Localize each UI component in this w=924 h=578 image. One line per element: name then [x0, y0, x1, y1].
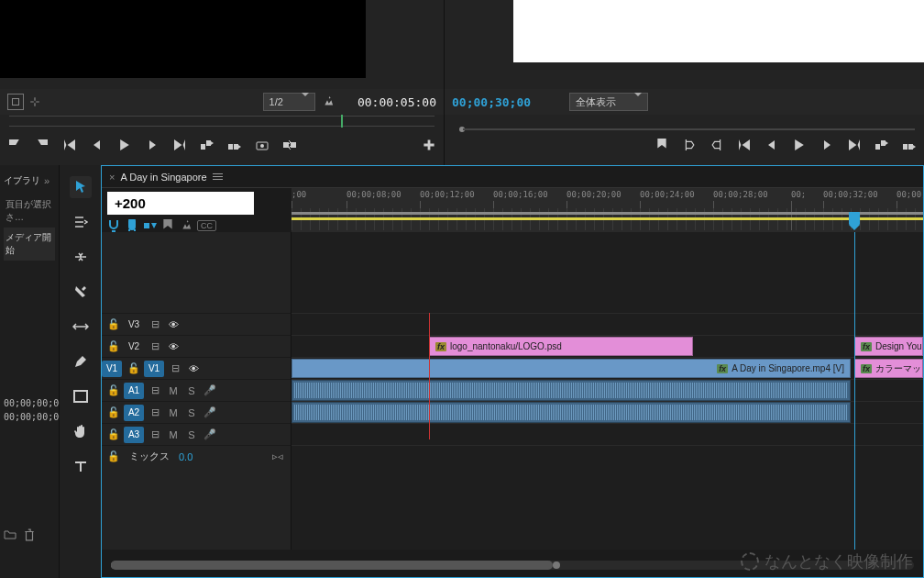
panel-tab-library[interactable]: イブラリ: [4, 171, 55, 191]
track-v1[interactable]: fx A Day in Singapore.mp4 [V] fx カラーマッ: [292, 357, 923, 379]
source-patch-v1[interactable]: V1: [102, 361, 122, 377]
zoom-select[interactable]: 全体表示: [569, 93, 648, 111]
track-v2[interactable]: fx logo_nantonaku/LOGO.psd fx Design You…: [292, 335, 923, 357]
playhead-timecode-input[interactable]: [107, 192, 254, 215]
scroll-thumb[interactable]: [111, 561, 553, 570]
playhead-line[interactable]: [854, 232, 855, 550]
hand-tool-icon[interactable]: [70, 420, 92, 442]
program-controls-bar: 00;00;30;00 全体表示: [445, 89, 924, 115]
tool-palette: [60, 165, 101, 578]
column-header[interactable]: メディア開始: [4, 228, 55, 261]
timeline-panel: × A Day in Singapore CC ;0000;00;08;00: [101, 165, 924, 578]
track-header-a2[interactable]: 🔓A2 ⊟MS🎤: [102, 401, 291, 423]
lift-icon[interactable]: [874, 138, 889, 152]
svg-point-5: [260, 144, 264, 148]
razor-tool-icon[interactable]: [70, 281, 92, 303]
track-header-v2[interactable]: 🔓V2 ⊟👁: [102, 335, 291, 357]
program-scrub-bar[interactable]: [454, 116, 915, 127]
go-in-icon[interactable]: [737, 138, 752, 152]
track-header-a1[interactable]: 🔓A1 ⊟MS 🎤: [102, 379, 291, 401]
clip-logo[interactable]: fx logo_nantonaku/LOGO.psd: [429, 337, 693, 356]
track-a1[interactable]: [292, 379, 923, 401]
step-back-icon[interactable]: [764, 138, 779, 152]
go-in-icon[interactable]: [62, 138, 77, 152]
step-fwd-icon[interactable]: [145, 138, 160, 152]
mark-out-icon[interactable]: [710, 138, 724, 152]
track-v3[interactable]: [292, 313, 923, 335]
track-header-v1[interactable]: V1 🔓V1 ⊟👁: [102, 357, 291, 379]
lock-icon[interactable]: 🔓: [107, 318, 120, 330]
type-tool-icon[interactable]: [70, 455, 92, 477]
linked-selection-icon[interactable]: [144, 219, 157, 232]
marker-icon[interactable]: [162, 219, 173, 232]
svg-rect-3: [234, 144, 238, 150]
timeline-ruler[interactable]: ;0000;00;08;0000;00;12;0000;00;16;0000;0…: [292, 188, 923, 232]
new-bin-icon[interactable]: [4, 528, 16, 541]
add-marker-icon[interactable]: [654, 138, 669, 152]
program-timecode[interactable]: 00;00;30;00: [452, 95, 531, 109]
clip-audio-a2[interactable]: [292, 402, 851, 423]
mix-track-header[interactable]: 🔓ミックス 0.0 ▹◃: [102, 445, 291, 467]
magnet-icon[interactable]: [126, 219, 138, 232]
drag-handle-icon[interactable]: [29, 96, 42, 107]
go-out-icon[interactable]: [172, 138, 187, 152]
step-back-icon[interactable]: [90, 138, 104, 152]
clip-audio-a1[interactable]: [292, 380, 851, 401]
timeline-settings-icon[interactable]: [179, 219, 192, 232]
snap-icon[interactable]: [107, 219, 120, 232]
sync-lock-icon[interactable]: ⊟: [148, 318, 162, 330]
export-frame-icon[interactable]: [255, 138, 270, 152]
rectangle-tool-icon[interactable]: [70, 385, 92, 407]
comparison-icon[interactable]: [282, 138, 297, 152]
trash-icon[interactable]: [24, 528, 35, 541]
play-icon[interactable]: [792, 138, 807, 152]
svg-rect-1: [206, 140, 211, 146]
playhead-handle[interactable]: [849, 212, 860, 225]
settings-icon[interactable]: [321, 95, 334, 108]
track-a2[interactable]: [292, 401, 923, 423]
resolution-select[interactable]: 1/2: [263, 93, 315, 111]
extract-icon[interactable]: [902, 138, 917, 152]
output-icon[interactable]: ▹◃: [270, 450, 285, 462]
source-timecode[interactable]: 00:00:05:00: [358, 95, 436, 109]
source-scrub-bar[interactable]: [9, 116, 434, 127]
insert-icon[interactable]: [200, 138, 214, 152]
media-start-1: 00;00;00;00: [4, 398, 55, 408]
track-header-a3[interactable]: 🔓A3 ⊟MS🎤: [102, 423, 291, 445]
eye-icon[interactable]: 👁: [166, 319, 181, 330]
program-transport: [445, 132, 924, 158]
step-fwd-icon[interactable]: [820, 138, 834, 152]
mark-in-icon[interactable]: [7, 138, 22, 152]
track-content-area[interactable]: fx logo_nantonaku/LOGO.psd fx Design You…: [292, 232, 923, 550]
sequence-tab[interactable]: A Day in Singapore: [115, 170, 227, 184]
clip-colormat[interactable]: fx カラーマッ: [854, 359, 923, 378]
watermark: なんとなく映像制作: [741, 550, 913, 572]
slip-tool-icon[interactable]: [70, 316, 92, 338]
overwrite-icon[interactable]: [227, 138, 242, 152]
pen-tool-icon[interactable]: [70, 350, 92, 372]
captions-icon[interactable]: CC: [197, 220, 216, 231]
mark-out-icon[interactable]: [35, 138, 50, 152]
fx-badge-icon: fx: [861, 342, 872, 351]
source-preview[interactable]: [0, 0, 366, 78]
clip-design[interactable]: fx Design Yours: [854, 337, 923, 356]
tab-menu-icon[interactable]: [213, 173, 223, 180]
add-button-icon[interactable]: [422, 138, 436, 152]
svg-rect-2: [228, 144, 233, 150]
play-icon[interactable]: [117, 138, 132, 152]
sequence-name: A Day in Singapore: [120, 172, 206, 183]
ripple-edit-tool-icon[interactable]: [70, 246, 92, 268]
track-header-v3[interactable]: 🔓 V3 ⊟ 👁: [102, 313, 291, 335]
track-headers: 🔓 V3 ⊟ 👁 🔓V2 ⊟👁 V1 🔓V1 ⊟👁 🔓A1 ⊟MS: [102, 232, 292, 550]
mark-in-icon[interactable]: [682, 138, 697, 152]
track-a3[interactable]: [292, 423, 923, 445]
mic-icon[interactable]: 🎤: [203, 384, 217, 396]
track-select-tool-icon[interactable]: [70, 211, 92, 233]
frame-view-icon[interactable]: [7, 94, 24, 110]
selection-tool-icon[interactable]: [70, 176, 92, 198]
mix-value[interactable]: 0.0: [179, 451, 192, 462]
clip-main-video[interactable]: fx A Day in Singapore.mp4 [V]: [292, 359, 851, 378]
svg-rect-10: [903, 144, 908, 150]
go-out-icon[interactable]: [847, 138, 862, 152]
selection-info: 頁目が選択さ…: [4, 195, 55, 228]
